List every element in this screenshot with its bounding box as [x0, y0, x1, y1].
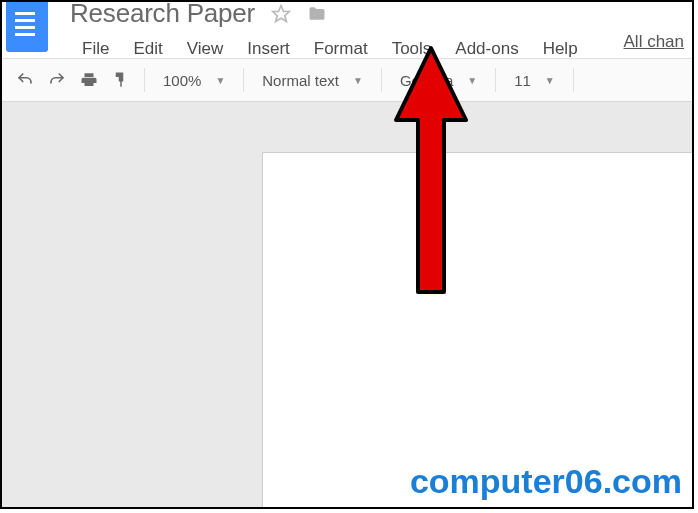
doc-title-row: Research Paper [70, 0, 590, 29]
move-folder-icon[interactable] [307, 4, 327, 24]
document-title[interactable]: Research Paper [70, 0, 255, 29]
toolbar-separator [495, 68, 496, 92]
menu-help[interactable]: Help [531, 35, 590, 63]
menu-bar: File Edit View Insert Format Tools Add-o… [70, 35, 590, 63]
font-dropdown[interactable]: Georgia ▼ [390, 65, 487, 95]
header-bar: Research Paper File Edit View Insert For… [2, 2, 692, 58]
menu-format[interactable]: Format [302, 35, 380, 63]
paragraph-style-dropdown[interactable]: Normal text ▼ [252, 65, 373, 95]
redo-button[interactable] [42, 65, 72, 95]
toolbar-separator [573, 68, 574, 92]
font-size-value: 11 [514, 72, 531, 89]
menu-edit[interactable]: Edit [121, 35, 174, 63]
undo-button[interactable] [10, 65, 40, 95]
style-value: Normal text [262, 72, 339, 89]
star-icon[interactable] [271, 4, 291, 24]
docs-logo-icon[interactable] [6, 0, 48, 52]
caret-down-icon: ▼ [215, 75, 225, 86]
caret-down-icon: ▼ [467, 75, 477, 86]
menu-tools[interactable]: Tools [380, 35, 444, 63]
paint-format-button[interactable] [106, 65, 136, 95]
zoom-value: 100% [163, 72, 201, 89]
font-value: Georgia [400, 72, 453, 89]
toolbar-separator [144, 68, 145, 92]
toolbar-separator [243, 68, 244, 92]
document-canvas[interactable] [2, 102, 692, 507]
zoom-dropdown[interactable]: 100% ▼ [153, 65, 235, 95]
caret-down-icon: ▼ [353, 75, 363, 86]
svg-marker-0 [273, 5, 290, 21]
menu-view[interactable]: View [175, 35, 236, 63]
menu-insert[interactable]: Insert [235, 35, 302, 63]
title-area: Research Paper File Edit View Insert For… [48, 6, 590, 63]
font-size-dropdown[interactable]: 11 ▼ [504, 65, 565, 95]
toolbar: 100% ▼ Normal text ▼ Georgia ▼ 11 ▼ [2, 58, 692, 102]
watermark-text: computer06.com [410, 462, 682, 501]
print-button[interactable] [74, 65, 104, 95]
menu-file[interactable]: File [70, 35, 121, 63]
toolbar-separator [381, 68, 382, 92]
caret-down-icon: ▼ [545, 75, 555, 86]
changes-link[interactable]: All chan [624, 32, 684, 52]
page[interactable] [262, 152, 694, 509]
menu-addons[interactable]: Add-ons [443, 35, 530, 63]
